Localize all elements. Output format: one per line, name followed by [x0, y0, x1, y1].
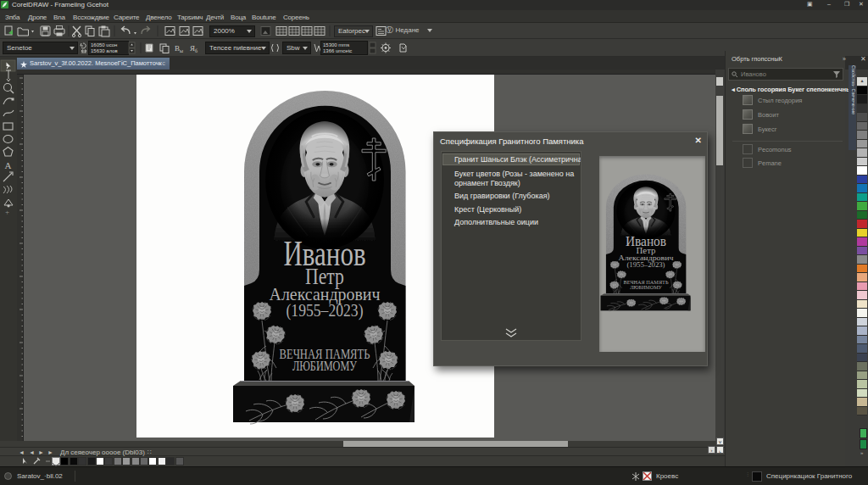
- svg-text:Вы: Вы: [175, 44, 183, 53]
- svg-text:Яб: Яб: [190, 44, 198, 53]
- svg-text:A: A: [5, 160, 12, 170]
- svg-text:+: +: [5, 208, 9, 216]
